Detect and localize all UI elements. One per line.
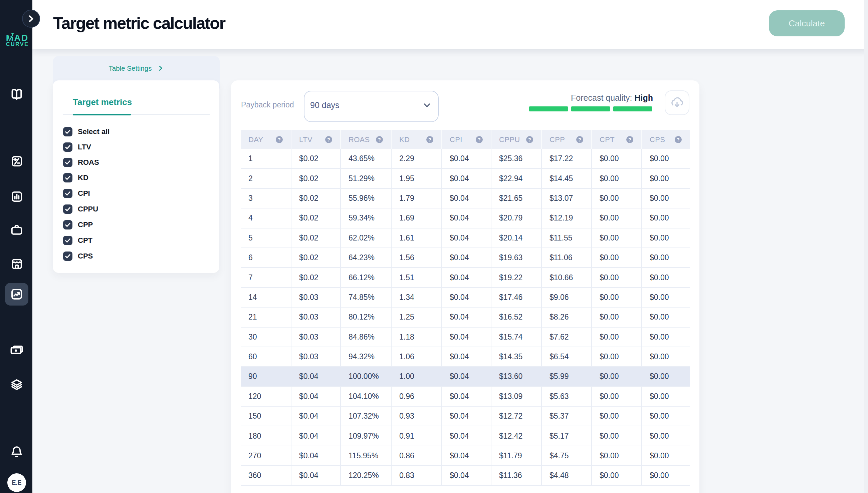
svg-text:CURVE: CURVE <box>6 41 29 47</box>
